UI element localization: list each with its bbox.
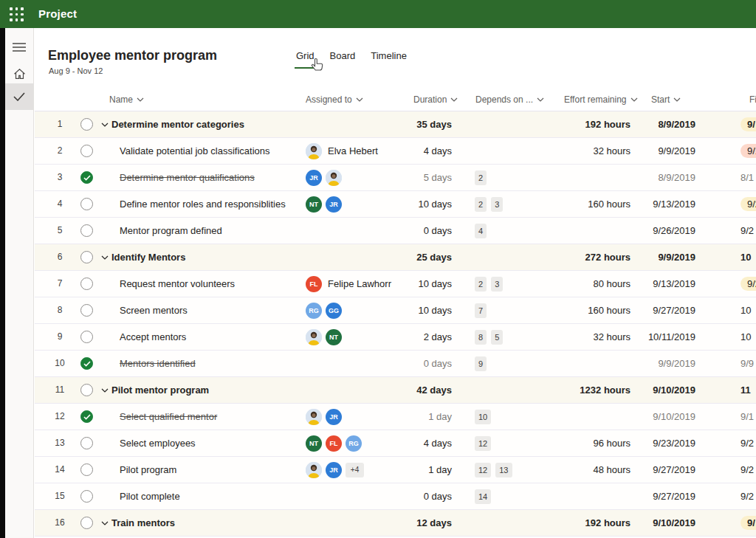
- row-number[interactable]: 2: [35, 138, 85, 164]
- effort-remaining-cell[interactable]: 272 hours: [522, 244, 630, 270]
- row-number[interactable]: 16: [35, 510, 85, 536]
- finish-date-cell[interactable]: 9/2: [740, 430, 754, 456]
- task-name-cell[interactable]: Screen mentors: [101, 297, 302, 323]
- task-name-cell[interactable]: Pilot mentor program: [101, 377, 302, 403]
- start-date-cell[interactable]: 8/9/2019: [625, 111, 695, 137]
- assigned-to-cell[interactable]: RGGG: [306, 297, 342, 323]
- task-complete-checkbox[interactable]: [80, 357, 93, 370]
- task-name-cell[interactable]: Mentor program defined: [101, 218, 302, 244]
- tab-grid[interactable]: Grid: [295, 50, 316, 69]
- start-date-cell[interactable]: 9/23/2019: [625, 430, 695, 456]
- assigned-to-cell[interactable]: NTJR: [306, 191, 342, 217]
- column-header-start[interactable]: Start: [651, 89, 681, 111]
- column-header-name[interactable]: Name: [109, 89, 144, 111]
- assigned-to-cell[interactable]: NTFLRG: [306, 430, 362, 456]
- depends-on-cell[interactable]: 23: [475, 197, 503, 212]
- depends-on-cell[interactable]: 7: [475, 303, 487, 318]
- app-launcher-waffle-icon[interactable]: [10, 7, 24, 21]
- finish-date-cell[interactable]: 9/2: [740, 191, 756, 217]
- column-header-assigned-to[interactable]: Assigned to: [306, 89, 363, 111]
- row-number[interactable]: 12: [35, 404, 85, 430]
- task-name-cell[interactable]: Validate potential job classifications: [101, 138, 302, 164]
- row-number[interactable]: 5: [35, 218, 85, 244]
- start-date-cell[interactable]: 9/13/2019: [625, 271, 695, 297]
- duration-cell[interactable]: 25 days: [371, 244, 452, 270]
- depends-on-cell[interactable]: 9: [475, 356, 487, 371]
- task-name-cell[interactable]: Select employees: [101, 430, 302, 456]
- duration-cell[interactable]: 42 days: [371, 377, 452, 403]
- task-name-cell[interactable]: Pilot complete: [101, 483, 302, 509]
- finish-date-cell[interactable]: 9/1: [740, 404, 754, 430]
- hamburger-menu-icon[interactable]: [5, 34, 33, 61]
- task-checkbox[interactable]: [80, 384, 93, 396]
- task-name-cell[interactable]: Mentors identified: [101, 351, 302, 376]
- finish-date-cell[interactable]: 9/2: [740, 271, 756, 297]
- effort-remaining-cell[interactable]: 32 hours: [522, 138, 630, 164]
- task-name-cell[interactable]: Accept mentors: [101, 324, 302, 350]
- finish-date-cell[interactable]: 11: [740, 377, 751, 403]
- depends-on-cell[interactable]: 1213: [475, 463, 512, 477]
- task-complete-checkbox[interactable]: [80, 410, 93, 423]
- row-number[interactable]: 10: [35, 351, 85, 376]
- assigned-to-cell[interactable]: NT: [306, 324, 342, 350]
- finish-date-cell[interactable]: 9/: [740, 510, 756, 536]
- start-date-cell[interactable]: 8/9/2019: [625, 165, 695, 190]
- task-name-cell[interactable]: Identify Mentors: [101, 244, 302, 270]
- row-number[interactable]: 3: [35, 165, 85, 190]
- start-date-cell[interactable]: 9/10/2019: [625, 404, 695, 430]
- task-checkbox[interactable]: [80, 331, 93, 343]
- start-date-cell[interactable]: 9/10/2019: [625, 377, 695, 403]
- duration-cell[interactable]: 12 days: [371, 510, 452, 536]
- start-date-cell[interactable]: 9/27/2019: [625, 297, 695, 323]
- depends-on-cell[interactable]: 12: [475, 436, 491, 451]
- effort-remaining-cell[interactable]: 32 hours: [522, 324, 630, 350]
- duration-cell[interactable]: 5 days: [371, 165, 452, 190]
- task-name-cell[interactable]: Select qualified mentor: [101, 404, 302, 430]
- effort-remaining-cell[interactable]: 160 hours: [522, 191, 630, 217]
- duration-cell[interactable]: 10 days: [371, 271, 452, 297]
- finish-date-cell[interactable]: 9/2: [740, 457, 754, 483]
- start-date-cell[interactable]: 9/10/2019: [625, 510, 695, 536]
- row-number[interactable]: 13: [35, 430, 85, 456]
- chevron-down-icon[interactable]: [101, 255, 109, 260]
- finish-date-cell[interactable]: 9/2: [740, 218, 754, 244]
- row-number[interactable]: 9: [35, 324, 85, 350]
- depends-on-cell[interactable]: 4: [475, 224, 487, 238]
- row-number[interactable]: 6: [35, 244, 85, 270]
- sidebar-item-tasks[interactable]: [5, 83, 33, 110]
- chevron-down-icon[interactable]: [101, 521, 109, 525]
- task-checkbox[interactable]: [80, 517, 93, 529]
- effort-remaining-cell[interactable]: 192 hours: [522, 510, 630, 536]
- finish-date-cell[interactable]: 8/1: [740, 165, 754, 190]
- chevron-down-icon[interactable]: [101, 388, 109, 393]
- task-checkbox[interactable]: [80, 490, 93, 503]
- task-name-cell[interactable]: Determine mentor categories: [101, 111, 302, 137]
- task-checkbox[interactable]: [80, 224, 93, 237]
- start-date-cell[interactable]: 9/9/2019: [625, 351, 695, 376]
- finish-date-cell[interactable]: 10: [740, 324, 751, 350]
- column-header-depends-on[interactable]: Depends on ...: [475, 89, 544, 111]
- column-header-effort-remaining[interactable]: Effort remaining: [564, 89, 638, 111]
- task-name-cell[interactable]: Train mentors: [101, 510, 302, 536]
- chevron-down-icon[interactable]: [101, 123, 109, 127]
- assigned-to-cell[interactable]: Elva Hebert: [306, 138, 378, 164]
- finish-date-cell[interactable]: 10: [740, 244, 751, 270]
- task-checkbox[interactable]: [80, 145, 93, 157]
- task-checkbox[interactable]: [80, 463, 93, 476]
- assigned-to-cell[interactable]: JR: [306, 404, 342, 430]
- start-date-cell[interactable]: 9/13/2019: [625, 191, 695, 217]
- depends-on-cell[interactable]: 85: [475, 330, 503, 345]
- row-number[interactable]: 4: [35, 191, 85, 217]
- row-number[interactable]: 1: [35, 111, 85, 137]
- start-date-cell[interactable]: 9/9/2019: [625, 244, 695, 270]
- depends-on-cell[interactable]: 2: [475, 170, 487, 185]
- effort-remaining-cell[interactable]: 96 hours: [522, 430, 630, 456]
- depends-on-cell[interactable]: 23: [475, 277, 503, 292]
- tab-timeline[interactable]: Timeline: [369, 50, 408, 69]
- effort-remaining-cell[interactable]: 192 hours: [522, 111, 630, 137]
- start-date-cell[interactable]: 9/27/2019: [625, 483, 695, 509]
- row-number[interactable]: 11: [35, 377, 85, 403]
- finish-date-cell[interactable]: 10: [740, 297, 751, 323]
- start-date-cell[interactable]: 9/27/2019: [625, 457, 695, 483]
- finish-date-cell[interactable]: 9/2: [740, 483, 754, 509]
